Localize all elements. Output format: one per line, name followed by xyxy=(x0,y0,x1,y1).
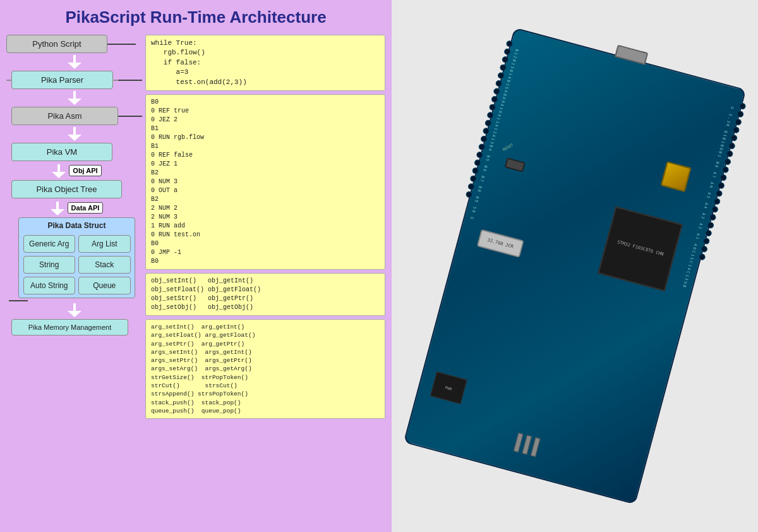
capacitor xyxy=(661,161,692,192)
pin xyxy=(705,229,713,237)
pin xyxy=(738,102,746,110)
crystal-text: 32.768 JCR xyxy=(487,238,514,250)
pin xyxy=(737,111,744,118)
pin xyxy=(718,182,725,190)
pin xyxy=(480,135,488,143)
pin xyxy=(707,221,714,229)
pin xyxy=(505,40,513,47)
main-title: PikaScript Run-Time Architecture xyxy=(6,8,385,27)
pin-header-pin-2 xyxy=(522,435,531,454)
pin xyxy=(472,167,479,174)
data-api-label: Data API xyxy=(68,202,104,214)
arrow-6 xyxy=(68,303,81,317)
pin xyxy=(476,151,483,159)
pika-data-struct-label: Pika Data Struct xyxy=(47,221,105,230)
pin xyxy=(502,56,509,63)
pin xyxy=(478,143,486,150)
pika-asm-box: Pika Asm xyxy=(11,107,118,125)
arrow-3 xyxy=(68,127,81,141)
pwr-text: PWR xyxy=(445,385,452,391)
struct-stack: Stack xyxy=(78,256,131,274)
connector-to-code4 xyxy=(9,300,28,301)
code-column: while True: rgb.flow() if false: a=3 tes… xyxy=(142,35,385,526)
crystal-oscillator: 32.768 JCR xyxy=(477,229,524,258)
pin xyxy=(724,158,731,166)
pin xyxy=(715,190,723,197)
flow-diagram: Python Script Pika Parser Pika Asm xyxy=(6,35,142,526)
main-chip: STM32 F103C8T6 CHN xyxy=(598,207,683,292)
struct-string: String xyxy=(23,256,76,274)
code-block-3: obj_setInt() obj_getInt() obj_setFloat()… xyxy=(145,273,385,316)
connector-line-1 xyxy=(107,44,136,45)
reset-button[interactable] xyxy=(505,157,526,172)
board-label-left: B12B13B14B15A8A9A10A11A12A13B4 B5 B6 B7 … xyxy=(469,49,519,221)
pin xyxy=(735,118,742,126)
obj-api-label: Obj API xyxy=(69,165,101,176)
pin xyxy=(497,71,505,79)
reset-label: RESET xyxy=(502,142,514,152)
struct-auto-string: Auto String xyxy=(23,277,76,294)
pin xyxy=(467,183,475,190)
struct-queue: Queue xyxy=(78,277,131,294)
pin xyxy=(701,245,708,253)
arrow-1 xyxy=(68,55,81,69)
diagram-area: Python Script Pika Parser Pika Asm xyxy=(6,35,385,526)
pin xyxy=(474,159,481,166)
struct-grid: Generic Arg Arg List String Stack Auto S… xyxy=(23,235,131,294)
pika-vm-box: Pika VM xyxy=(11,143,112,161)
pin xyxy=(486,111,494,119)
pika-memory-box: Pika Memory Management xyxy=(11,319,128,336)
pin xyxy=(465,191,472,198)
pin xyxy=(730,134,738,142)
struct-arg-list: Arg List xyxy=(78,235,131,253)
connector-line-3 xyxy=(118,116,142,117)
code-block-1: while True: rgb.flow() if false: a=3 tes… xyxy=(145,35,385,91)
pin xyxy=(499,64,507,71)
pin xyxy=(732,126,740,134)
chip-text: STM32 F103C8T6 CHN xyxy=(617,239,665,258)
pin xyxy=(503,48,511,56)
code-block-4: arg_setInt() arg_getInt() arg_setFloat()… xyxy=(145,319,385,419)
code-block-2: B0 0 REF true 0 JEZ 2 B1 0 RUN rgb.flow … xyxy=(145,94,385,270)
pin-header-pin-3 xyxy=(531,437,540,457)
arrow-2 xyxy=(68,91,81,105)
left-panel: PikaScript Run-Time Architecture Python … xyxy=(0,0,392,532)
pin xyxy=(482,127,490,135)
pin xyxy=(728,142,736,150)
python-script-box: Python Script xyxy=(6,35,107,53)
pin xyxy=(719,174,727,181)
pin-row-left xyxy=(465,40,513,198)
pwr-area: PWR xyxy=(430,372,467,404)
board-body: B12B13B14B15A8A9A10A11A12A13B4 B5 B6 B7 … xyxy=(403,27,746,504)
pin-header-bottom xyxy=(514,433,541,457)
arrow-4 xyxy=(52,164,66,178)
arrow-5 xyxy=(51,202,64,215)
pin xyxy=(488,104,496,111)
pin-header-pin-1 xyxy=(514,433,523,452)
pin xyxy=(711,205,719,213)
struct-generic-arg: Generic Arg xyxy=(23,235,76,253)
stm32-board: B12B13B14B15A8A9A10A11A12A13B4 B5 B6 B7 … xyxy=(403,27,746,504)
board-label-right: G 3.3R B1B1B0B1 B0 A7 A6 A5 A4 A3 A2 A1 … xyxy=(682,106,735,289)
pin xyxy=(469,175,477,183)
pin-row-right xyxy=(698,102,746,261)
pin xyxy=(726,150,733,157)
pin xyxy=(709,214,716,221)
pin xyxy=(495,80,503,87)
pin xyxy=(484,119,492,127)
connector-line-2 xyxy=(118,80,142,81)
pin xyxy=(698,253,706,261)
usb-connector xyxy=(615,45,648,65)
pin xyxy=(702,237,710,245)
pin xyxy=(713,198,721,205)
pin xyxy=(491,95,498,103)
pin xyxy=(493,87,500,95)
pin xyxy=(721,166,729,173)
pika-object-tree-box: Pika Object Tree xyxy=(11,180,122,198)
pika-parser-box: Pika Parser xyxy=(11,71,113,89)
right-panel: B12B13B14B15A8A9A10A11A12A13B4 B5 B6 B7 … xyxy=(392,0,758,532)
